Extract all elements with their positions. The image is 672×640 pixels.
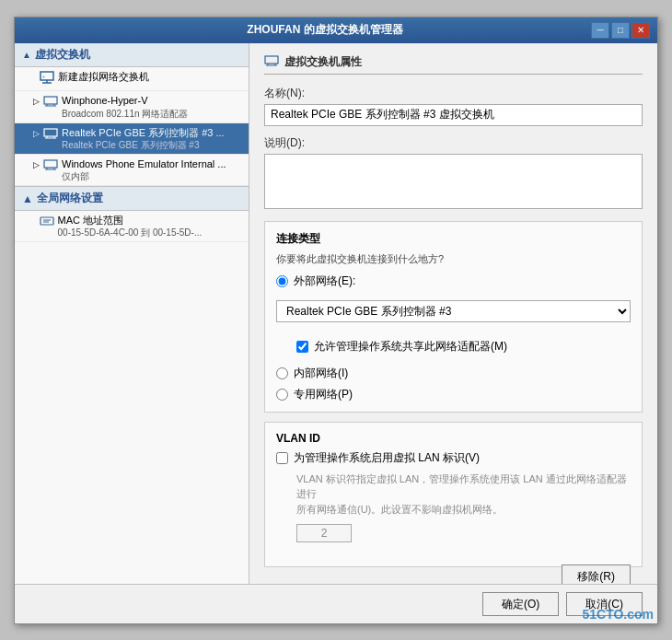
checkbox-allow-input[interactable] xyxy=(296,341,308,353)
radio-external-label: 外部网络(E): xyxy=(294,273,355,289)
section-global-label: 全局网络设置 xyxy=(37,191,103,206)
switch-icon-realtek xyxy=(43,127,58,145)
main-window: ZHOUFAN 的虚拟交换机管理器 ─ □ ✕ ▲ 虚拟交换机 xyxy=(14,17,658,624)
vlan-box: VLAN ID 为管理操作系统启用虚拟 LAN 标识(V) VLAN 标识符指定… xyxy=(264,422,643,568)
bottom-buttons: 确定(O) 取消(C) xyxy=(15,584,657,623)
radio-group: 外部网络(E): Realtek PCIe GBE 系列控制器 #3 允许管理操… xyxy=(276,273,631,402)
vlan-checkbox-input[interactable] xyxy=(276,452,288,464)
switch-icon-winphone xyxy=(43,95,58,112)
expander-icon xyxy=(33,72,36,84)
network-adapter-dropdown[interactable]: Realtek PCIe GBE 系列控制器 #3 xyxy=(276,300,631,322)
ok-button[interactable]: 确定(O) xyxy=(482,592,559,616)
svg-rect-16 xyxy=(41,217,53,225)
checkbox-allow-label: 允许管理操作系统共享此网络适配器(M) xyxy=(314,339,507,355)
main-content: ▲ 虚拟交换机 + 新建虚拟网络交换机 ▷ xyxy=(15,43,657,584)
new-switch-label: 新建虚拟网络交换机 xyxy=(58,70,149,83)
expander-winphone-icon: ▷ xyxy=(33,96,40,108)
connection-type-box: 连接类型 你要将此虚拟交换机连接到什么地方? 外部网络(E): Realtek … xyxy=(264,221,643,413)
vlan-checkbox[interactable]: 为管理操作系统启用虚拟 LAN 标识(V) xyxy=(276,450,631,466)
desc-textarea[interactable] xyxy=(264,154,643,209)
svg-text:+: + xyxy=(42,74,45,79)
radio-internal-input[interactable] xyxy=(276,367,288,379)
radio-external-input[interactable] xyxy=(276,275,288,287)
vlan-description: VLAN 标识符指定虚拟 LAN，管理操作系统使用该 LAN 通过此网络适配器进… xyxy=(296,471,631,518)
panel-section-title: 虚拟交换机属性 xyxy=(264,54,643,75)
network-icon: + xyxy=(40,71,54,88)
name-input[interactable] xyxy=(264,104,643,126)
section-arrow-icon: ▲ xyxy=(22,50,31,60)
svg-rect-4 xyxy=(44,97,57,104)
left-panel: ▲ 虚拟交换机 + 新建虚拟网络交换机 ▷ xyxy=(15,43,249,584)
watermark: 51CTO.com xyxy=(582,607,654,622)
radio-external[interactable]: 外部网络(E): xyxy=(276,273,631,289)
vlan-input xyxy=(296,524,352,542)
tree-item-realtek[interactable]: ▷ Realtek PCIe GBE 系列控制器 #3 ... Realtek … xyxy=(15,123,249,155)
panel-title-text: 虚拟交换机属性 xyxy=(284,54,362,70)
tree-item-new[interactable]: + 新建虚拟网络交换机 xyxy=(15,67,249,92)
tree-item-mac[interactable]: MAC 地址范围 00-15-5D-6A-4C-00 到 00-15-5D-..… xyxy=(15,211,249,242)
mac-label: MAC 地址范围 00-15-5D-6A-4C-00 到 00-15-5D-..… xyxy=(58,214,203,239)
title-bar: ZHOUFAN 的虚拟交换机管理器 ─ □ ✕ xyxy=(15,17,657,43)
connection-type-title: 连接类型 xyxy=(276,231,631,247)
desc-group: 说明(D): xyxy=(264,135,643,212)
expander-emulator-icon: ▷ xyxy=(33,159,40,171)
radio-internal-label: 内部网络(I) xyxy=(294,366,348,381)
radio-private-label: 专用网络(P) xyxy=(294,387,353,402)
minimize-button[interactable]: ─ xyxy=(591,22,609,39)
radio-private-input[interactable] xyxy=(276,389,288,401)
section-global-arrow-icon: ▲ xyxy=(22,192,33,205)
expander-mac-icon xyxy=(33,215,36,227)
svg-rect-8 xyxy=(44,129,57,136)
radio-internal[interactable]: 内部网络(I) xyxy=(276,366,631,381)
tree-item-winphone[interactable]: ▷ Winphone-Hyper-V Broadcom 802.11n 网络适配… xyxy=(15,91,249,122)
name-label: 名称(N): xyxy=(264,86,643,101)
section-virtual-switch[interactable]: ▲ 虚拟交换机 xyxy=(15,43,249,67)
radio-private[interactable]: 专用网络(P) xyxy=(276,387,631,402)
emulator-label: Windows Phone Emulator Internal ... 仅内部 xyxy=(62,157,226,182)
desc-label: 说明(D): xyxy=(264,135,643,151)
vlan-checkbox-label: 为管理操作系统启用虚拟 LAN 标识(V) xyxy=(294,450,480,466)
connection-question: 你要将此虚拟交换机连接到什么地方? xyxy=(276,252,631,266)
vlan-title: VLAN ID xyxy=(276,432,631,445)
window-title: ZHOUFAN 的虚拟交换机管理器 xyxy=(59,22,591,38)
checkbox-allow[interactable]: 允许管理操作系统共享此网络适配器(M) xyxy=(296,339,631,355)
tree-item-emulator[interactable]: ▷ Windows Phone Emulator Internal ... 仅内… xyxy=(15,155,249,186)
svg-rect-19 xyxy=(265,56,278,64)
name-group: 名称(N): xyxy=(264,86,643,126)
realtek-label: Realtek PCIe GBE 系列控制器 #3 ... Realtek PC… xyxy=(62,126,225,151)
switch-icon-emulator xyxy=(43,158,58,176)
section-global-network[interactable]: ▲ 全局网络设置 xyxy=(15,186,249,211)
winphone-label: Winphone-Hyper-V Broadcom 802.11n 网络适配器 xyxy=(62,94,188,119)
expander-realtek-icon: ▷ xyxy=(33,128,40,140)
right-panel: 虚拟交换机属性 名称(N): 说明(D): 连接类型 你要将此虚拟交换机连接到什… xyxy=(249,43,657,584)
section-virtual-switch-label: 虚拟交换机 xyxy=(35,47,90,63)
mac-icon xyxy=(40,215,54,232)
switch-properties-icon xyxy=(264,54,279,70)
svg-rect-12 xyxy=(44,160,57,168)
maximize-button[interactable]: □ xyxy=(611,22,630,39)
remove-button[interactable]: 移除(R) xyxy=(562,564,631,584)
title-bar-buttons: ─ □ ✕ xyxy=(591,22,650,39)
close-button[interactable]: ✕ xyxy=(631,22,650,39)
